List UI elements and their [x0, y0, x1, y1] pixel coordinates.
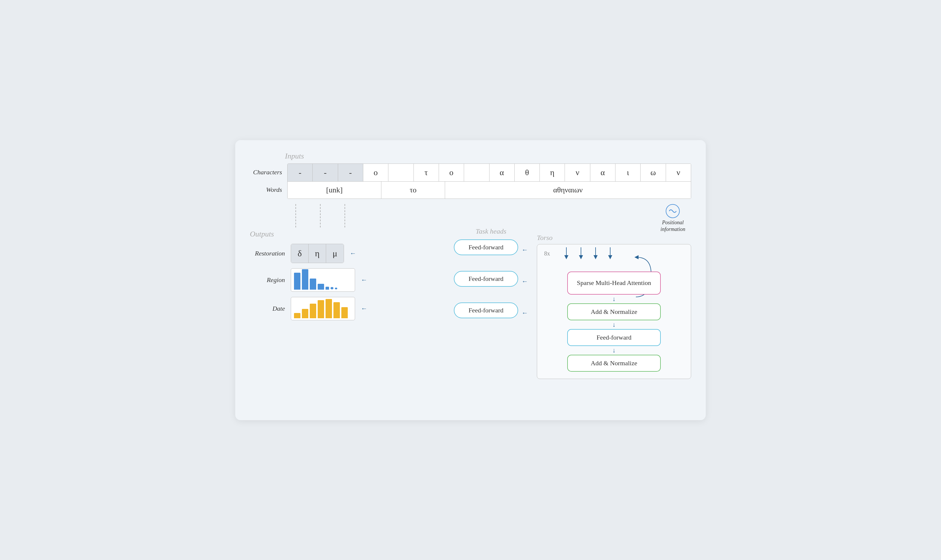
date-bar-2 — [310, 304, 316, 318]
feed-forward-section: Feed-forward ← Feed-forward ← Feed-forwa… — [454, 239, 528, 323]
char-cell-14: ω — [640, 164, 666, 181]
positional-info-label: Positionalinformation — [660, 219, 685, 233]
date-chart — [291, 297, 355, 320]
region-row: Region ← — [250, 268, 449, 292]
char-cell-8: α — [489, 164, 515, 181]
task-heads-col: Task heads Feed-forward ← Feed-forward ←… — [454, 228, 528, 323]
date-bar-4 — [325, 299, 332, 318]
char-cell-0: - — [288, 164, 313, 181]
char-cell-7 — [464, 164, 489, 181]
ff-row-1: Feed-forward ← — [454, 271, 528, 292]
arrow-left-region: ← — [361, 276, 367, 284]
char-cell-11: ν — [565, 164, 590, 181]
torso-repeat: 8x — [544, 250, 684, 257]
date-row: Date ← — [250, 297, 449, 320]
ff-box-1: Feed-forward — [454, 271, 518, 287]
task-heads-label: Task heads — [475, 228, 506, 235]
region-bar-1 — [302, 269, 308, 290]
feed-forward-torso-box: Feed-forward — [567, 329, 661, 346]
ff-arrow-1: ← — [521, 278, 528, 285]
torso-col: Positionalinformation Torso 8x — [537, 204, 691, 379]
positional-section: Positionalinformation — [537, 204, 685, 233]
char-cell-5: τ — [414, 164, 439, 181]
region-label: Region — [250, 276, 285, 284]
char-cell-13: ι — [616, 164, 640, 181]
arrow-down-1: ↓ — [612, 296, 616, 302]
rest-cell-1: η — [309, 244, 326, 263]
region-bar-4 — [325, 287, 329, 290]
restoration-label: Restoration — [250, 250, 285, 257]
rest-cell-2: μ — [326, 244, 344, 263]
char-cell-4 — [389, 164, 413, 181]
row-labels: Characters Words — [250, 163, 285, 199]
outputs-label: Outputs — [250, 230, 449, 238]
region-dot-1 — [335, 288, 337, 289]
region-bar-0 — [294, 273, 301, 290]
characters-label: Characters — [250, 163, 285, 181]
torso-label: Torso — [537, 234, 691, 242]
char-cell-12: α — [590, 164, 616, 181]
word-cell-ath: αθηναιων — [445, 182, 691, 198]
inputs-label: Inputs — [285, 152, 691, 161]
region-arrow: ← — [361, 276, 367, 284]
date-bar-6 — [341, 307, 348, 318]
ff-box-0: Feed-forward — [454, 239, 518, 255]
ff-row-2: Feed-forward ← — [454, 303, 528, 323]
char-word-section: Characters Words - - - ο τ ο α θ η ν α ι… — [250, 163, 691, 199]
ff-box-2: Feed-forward — [454, 303, 518, 318]
arrow-left-restoration: ← — [350, 250, 356, 257]
char-cell-15: ν — [666, 164, 691, 181]
char-row: - - - ο τ ο α θ η ν α ι ω ν — [288, 164, 691, 182]
middle-section: Outputs Restoration δ η μ ← Region — [250, 204, 691, 379]
char-cell-6: ο — [439, 164, 464, 181]
ff-row-0: Feed-forward ← — [454, 239, 528, 260]
sparse-label: Sparse Multi-Head Attention — [577, 278, 651, 288]
torso-inner: Sparse Multi-Head Attention ↓ Add & Norm… — [544, 260, 684, 372]
dashed-line-3 — [344, 204, 345, 228]
region-bar-3 — [318, 284, 324, 290]
arrow-left-date: ← — [361, 305, 367, 312]
date-label: Date — [250, 305, 285, 312]
left-col: Outputs Restoration δ η μ ← Region — [250, 204, 449, 320]
char-cell-2: - — [338, 164, 363, 181]
region-dot-0 — [330, 287, 333, 289]
word-cell-unk: [unk] — [288, 182, 381, 198]
sparse-attention-box: Sparse Multi-Head Attention — [567, 272, 661, 295]
add-norm-box-1: Add & Normalize — [567, 303, 661, 320]
char-word-grid: - - - ο τ ο α θ η ν α ι ω ν [unk] τo — [287, 163, 691, 199]
restoration-row: Restoration δ η μ ← — [250, 244, 449, 263]
torso-box: 8x — [537, 244, 691, 379]
ff-arrow-2: ← — [521, 309, 528, 317]
char-cell-3: ο — [363, 164, 389, 181]
main-card: Inputs Characters Words - - - ο τ ο α θ … — [235, 140, 706, 420]
rest-cell-0: δ — [291, 244, 309, 263]
date-arrow: ← — [361, 305, 367, 312]
restoration-arrow: ← — [350, 250, 356, 257]
words-label: Words — [250, 181, 285, 199]
word-row: [unk] τo αθηναιων — [288, 182, 691, 198]
positional-info: Positionalinformation — [660, 204, 685, 233]
char-cell-10: η — [540, 164, 565, 181]
date-bar-1 — [302, 309, 308, 318]
word-cell-to: τo — [381, 182, 445, 198]
add-norm-box-2: Add & Normalize — [567, 355, 661, 372]
date-bar-5 — [333, 302, 340, 318]
ff-arrow-0: ← — [521, 246, 528, 254]
wave-icon — [666, 204, 680, 218]
arrow-down-2: ↓ — [612, 322, 616, 328]
region-bar-2 — [310, 278, 316, 290]
char-cell-1: - — [313, 164, 338, 181]
restoration-box: δ η μ — [291, 244, 344, 263]
dashed-line-1 — [295, 204, 296, 228]
date-bar-0 — [294, 313, 301, 318]
arrow-down-3: ↓ — [612, 347, 616, 354]
dashed-line-2 — [320, 204, 321, 228]
region-chart — [291, 268, 355, 292]
date-bar-3 — [318, 300, 324, 318]
dashed-lines — [287, 204, 449, 228]
char-cell-9: θ — [515, 164, 540, 181]
